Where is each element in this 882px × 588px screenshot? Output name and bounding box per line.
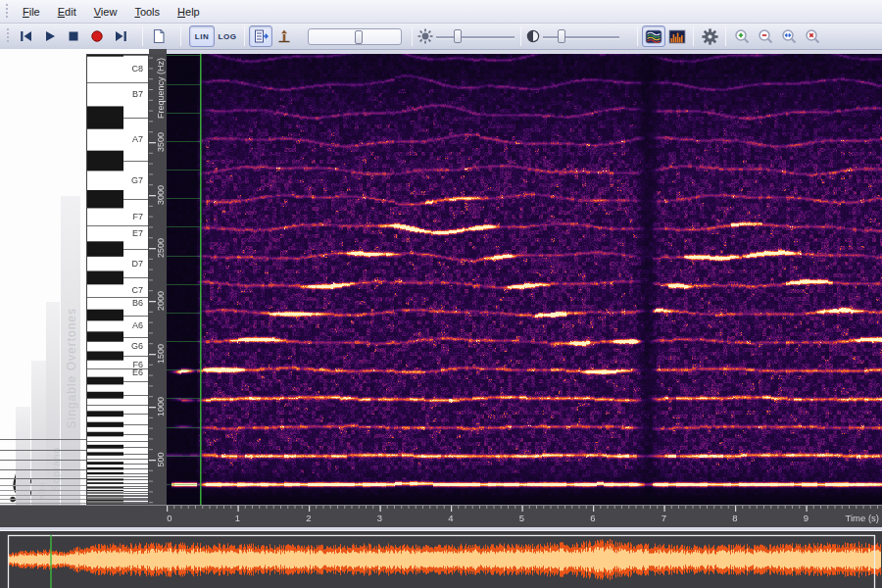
time-axis: [0, 505, 882, 527]
zoom-reset-button[interactable]: [801, 25, 824, 47]
zoom-in-icon: [734, 28, 751, 45]
menu-item-help[interactable]: Help: [169, 3, 209, 21]
zoom-reset-icon: [805, 28, 821, 45]
ledger-line: [0, 503, 86, 504]
harmonic-marker-icon: [276, 28, 292, 44]
skip-to-start-icon: [19, 28, 34, 44]
stop-button[interactable]: [62, 25, 85, 47]
spectrogram-display[interactable]: [167, 54, 882, 505]
record-icon: [89, 28, 105, 44]
toolbar-separator: [180, 26, 181, 46]
toolbar-separator: [637, 26, 638, 46]
ledger-line: [0, 490, 86, 491]
menu-item-file[interactable]: File: [14, 3, 49, 21]
menu-item-tools[interactable]: Tools: [125, 3, 169, 21]
ledger-line: [0, 485, 86, 486]
toolbar-separator: [244, 26, 245, 46]
harmonic-marker-button[interactable]: [272, 25, 296, 47]
frequency-axis: [149, 54, 167, 505]
new-document-icon: [151, 28, 167, 44]
toolbar-separator: [412, 26, 413, 46]
zoom-in-button[interactable]: [730, 25, 754, 47]
ledger-line: [0, 499, 86, 500]
piano-keyboard[interactable]: [86, 54, 149, 505]
spectrum-view-icon: [668, 29, 686, 44]
linear-scale-button[interactable]: LIN: [189, 25, 215, 47]
zoom-fit-width-icon: [781, 28, 798, 45]
settings-button[interactable]: [698, 25, 721, 47]
record-button[interactable]: [85, 25, 109, 47]
staff-line: [0, 478, 86, 479]
contrast-slider-thumb[interactable]: [558, 29, 565, 43]
spectrum-view-button[interactable]: [665, 25, 689, 47]
menu-items: FileEditViewToolsHelp: [14, 3, 209, 21]
note-list-icon: [253, 28, 270, 44]
ledger-line: [0, 495, 86, 496]
overtone-analyzer-window: FileEditViewToolsHelp: [0, 0, 882, 588]
spectrogram-view-icon: [645, 29, 662, 44]
note-list-toggle-button[interactable]: [249, 25, 272, 47]
staff-line: [0, 439, 86, 440]
zoom-out-icon: [758, 28, 774, 45]
skip-to-start-button[interactable]: [15, 25, 38, 47]
skip-to-end-icon: [113, 28, 128, 44]
zoom-out-button[interactable]: [754, 25, 777, 47]
contrast-icon: [525, 28, 541, 44]
spectrogram-view-button[interactable]: [642, 25, 665, 47]
staff-line: [0, 450, 86, 451]
zoom-fit-width-button[interactable]: [777, 25, 801, 47]
brightness-icon: [416, 27, 434, 45]
toolbar-separator: [520, 26, 521, 46]
menu-bar: FileEditViewToolsHelp: [0, 0, 882, 24]
log-scale-button[interactable]: LOG: [215, 25, 240, 47]
main-toolbar: LIN LOG: [0, 24, 882, 50]
brightness-slider[interactable]: [436, 28, 514, 45]
menu-item-edit[interactable]: Edit: [49, 3, 85, 21]
stop-icon: [66, 28, 81, 44]
zoom-slider[interactable]: [308, 28, 402, 45]
brightness-slider-thumb[interactable]: [454, 29, 462, 43]
zoom-slider-thumb[interactable]: [355, 30, 363, 44]
toolbar-separator: [693, 26, 694, 46]
gear-icon: [702, 28, 718, 45]
new-document-button[interactable]: [147, 25, 171, 47]
menubar-grip-handle[interactable]: [5, 4, 10, 20]
staff-line: [0, 469, 86, 470]
toolbar-grip-handle[interactable]: [6, 28, 11, 44]
skip-to-end-button[interactable]: [109, 25, 132, 47]
toolbar-separator: [725, 26, 726, 46]
contrast-slider[interactable]: [543, 28, 619, 45]
play-button[interactable]: [38, 25, 62, 47]
sidebar-label: Singable Overtones: [65, 308, 78, 428]
waveform-overview[interactable]: [0, 532, 882, 588]
menu-item-view[interactable]: View: [85, 3, 126, 21]
play-icon: [42, 28, 58, 44]
staff-line: [0, 460, 86, 461]
toolbar-separator: [142, 26, 143, 46]
